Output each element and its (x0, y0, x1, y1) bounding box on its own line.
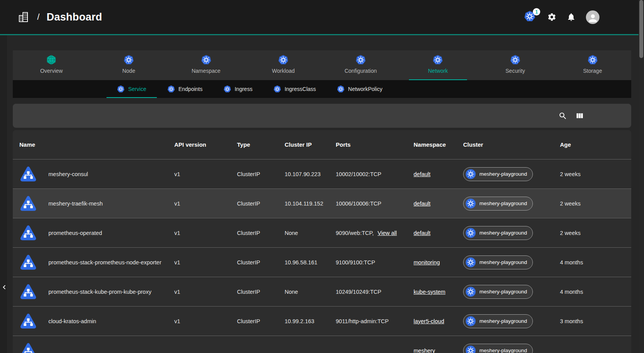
resource-tab-label: Overview (40, 68, 63, 74)
cluster-chip[interactable]: meshery-playground (463, 167, 533, 181)
cluster-cell: meshery-playground (457, 255, 553, 269)
service-name: cloud-kratos-admin (48, 318, 96, 324)
service-resource-icon (19, 253, 38, 272)
name-cell (13, 341, 168, 353)
resource-tab-label: Node (122, 68, 135, 74)
table-header-row: Name API version Type Cluster IP Ports N… (13, 130, 631, 159)
type-cell: ClusterIP (230, 230, 278, 236)
ports-cell: 9011/http-admin:TCP (329, 318, 407, 324)
chevron-left-icon (0, 283, 9, 291)
sub-tab[interactable]: NetworkPolicy (326, 80, 393, 98)
cluster-chip-label: meshery-playground (479, 171, 527, 177)
resource-tab[interactable]: Overview (13, 50, 90, 80)
sub-tab-label: NetworkPolicy (348, 86, 383, 92)
namespace-link[interactable]: default (414, 171, 431, 177)
type-cell: ClusterIP (230, 200, 278, 207)
namespace-link[interactable]: layer5-cloud (414, 318, 444, 324)
cluster-chip[interactable]: meshery-playground (463, 197, 533, 211)
service-name: prometheus-operated (48, 230, 102, 236)
resource-tab[interactable]: Configuration (322, 50, 400, 80)
user-avatar[interactable] (586, 10, 599, 24)
cluster-ip-cell: None (278, 230, 329, 236)
kubernetes-icon (223, 85, 231, 93)
view-all-ports-link[interactable]: View all (378, 230, 397, 236)
sub-tab-label: Endpoints (179, 86, 203, 92)
resource-tab[interactable]: Node (90, 50, 168, 80)
organization-building-icon[interactable] (18, 11, 30, 23)
table-body: meshery-consul v1 ClusterIP 10.107.90.22… (13, 159, 631, 353)
breadcrumb: / Dashboard (18, 11, 102, 23)
cluster-chip[interactable]: meshery-playground (463, 226, 533, 240)
api-version-cell: v1 (168, 289, 230, 295)
column-header[interactable]: Cluster (457, 141, 553, 148)
sub-tab[interactable]: Service (106, 80, 157, 98)
view-columns-icon[interactable] (575, 111, 584, 120)
resource-tabs: Overview Node Namespace Workload (13, 50, 631, 80)
cluster-cell: meshery-playground (457, 285, 553, 299)
age-cell: 4 months (553, 289, 631, 295)
kubernetes-context-button[interactable]: 1 (524, 10, 537, 24)
kubernetes-icon (510, 55, 520, 65)
resource-tab[interactable]: Network (399, 50, 477, 80)
table-row[interactable]: meshery-consul v1 ClusterIP 10.107.90.22… (13, 159, 631, 188)
context-count-badge: 1 (533, 8, 540, 15)
settings-gear-icon[interactable] (547, 12, 556, 22)
column-header[interactable]: API version (168, 141, 230, 148)
cluster-cell: meshery-playground (457, 167, 553, 181)
cluster-chip[interactable]: meshery-playground (463, 255, 533, 269)
table-row[interactable]: meshery meshery-playground (13, 336, 631, 353)
sub-tab[interactable]: IngressClass (263, 80, 326, 98)
table-row[interactable]: cloud-kratos-admin v1 ClusterIP 10.99.2.… (13, 306, 631, 336)
resource-tab[interactable]: Storage (554, 50, 631, 80)
namespace-link[interactable]: kube-system (414, 289, 445, 295)
kubernetes-icon (117, 85, 125, 93)
column-header[interactable]: Ports (329, 141, 407, 148)
column-header[interactable]: Cluster IP (278, 141, 329, 148)
cluster-ip-cell: 10.99.2.163 (278, 318, 329, 324)
scrollbar-thumb[interactable] (639, 0, 643, 58)
name-cell: meshery-consul (13, 165, 168, 183)
table-row[interactable]: prometheus-operated v1 ClusterIP None 90… (13, 218, 631, 247)
table-row[interactable]: prometheus-stack-kube-prom-kube-proxy v1… (13, 277, 631, 306)
table-row[interactable]: prometheus-stack-prometheus-node-exporte… (13, 247, 631, 277)
column-header[interactable]: Namespace (407, 141, 457, 148)
cluster-chip-label: meshery-playground (479, 318, 527, 324)
namespace-link[interactable]: default (414, 200, 431, 207)
resource-tab-label: Network (428, 68, 448, 74)
notifications-bell-icon[interactable] (567, 12, 576, 22)
namespace-link[interactable]: default (414, 230, 431, 236)
kubernetes-icon (355, 55, 366, 65)
kubernetes-icon (465, 316, 476, 326)
ports-value: 10006/10006:TCP (336, 200, 381, 207)
type-cell: ClusterIP (230, 259, 278, 266)
cluster-chip-label: meshery-playground (479, 348, 527, 353)
resource-tab[interactable]: Namespace (167, 50, 245, 80)
cluster-cell: meshery-playground (457, 314, 553, 328)
service-name: meshery-traefik-mesh (48, 200, 103, 207)
sidebar-expand-button[interactable] (0, 283, 7, 293)
type-cell: ClusterIP (230, 289, 278, 295)
sub-tab[interactable]: Endpoints (157, 80, 213, 98)
resource-tab[interactable]: Workload (245, 50, 322, 80)
kubernetes-icon (278, 55, 289, 65)
cluster-ip-cell: None (278, 289, 329, 295)
meshery-mesh-icon (46, 55, 57, 65)
cluster-chip[interactable]: meshery-playground (463, 344, 533, 353)
column-header[interactable]: Age (553, 141, 631, 148)
service-resource-icon (19, 194, 38, 213)
table-row[interactable]: meshery-traefik-mesh v1 ClusterIP 10.104… (13, 188, 631, 218)
sub-tab[interactable]: Ingress (213, 80, 263, 98)
column-header[interactable]: Type (230, 141, 278, 148)
column-header[interactable]: Name (13, 141, 168, 148)
namespace-link[interactable]: monitoring (414, 259, 440, 266)
namespace-cell: monitoring (407, 259, 457, 266)
sub-tab-label: IngressClass (285, 86, 316, 92)
namespace-cell: kube-system (407, 289, 457, 295)
cluster-chip[interactable]: meshery-playground (463, 285, 533, 299)
namespace-link[interactable]: meshery (414, 348, 435, 353)
name-cell: meshery-traefik-mesh (13, 194, 168, 213)
search-icon[interactable] (558, 111, 567, 120)
kubernetes-icon (465, 228, 476, 238)
cluster-chip[interactable]: meshery-playground (463, 314, 533, 328)
resource-tab[interactable]: Security (477, 50, 554, 80)
